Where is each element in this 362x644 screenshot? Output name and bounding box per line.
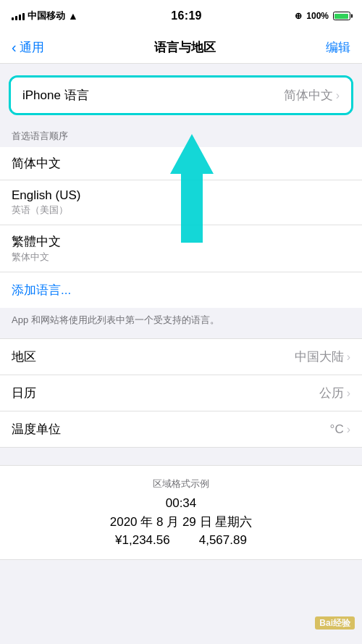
edit-button[interactable]: 编辑 bbox=[326, 39, 350, 56]
calendar-value: 公历 bbox=[319, 385, 344, 401]
page-title: 语言与地区 bbox=[154, 39, 216, 56]
nav-bar: ‹ 通用 语言与地区 编辑 bbox=[0, 32, 362, 64]
calendar-label: 日历 bbox=[12, 385, 36, 401]
iphone-language-section: iPhone 语言 简体中文 › bbox=[9, 75, 353, 115]
signal-icon bbox=[12, 12, 25, 20]
temperature-value: °C bbox=[330, 422, 344, 437]
preferred-language-header: 首选语言顺序 bbox=[0, 124, 362, 147]
battery-icon bbox=[333, 12, 350, 20]
iphone-language-value-container: 简体中文 › bbox=[284, 87, 340, 104]
format-time: 00:34 bbox=[0, 496, 362, 511]
chevron-right-icon: › bbox=[336, 89, 340, 102]
region-chevron-icon: › bbox=[347, 351, 350, 364]
battery-icon-container bbox=[333, 12, 350, 20]
region-label: 地区 bbox=[12, 348, 36, 365]
calendar-chevron-icon: › bbox=[347, 387, 350, 400]
region-value: 中国大陆 bbox=[295, 348, 344, 365]
watermark-text: Bai经验 bbox=[315, 616, 355, 630]
list-item[interactable]: English (US) 英语（美国） bbox=[0, 180, 362, 225]
calendar-value-container: 公历 › bbox=[319, 385, 350, 401]
format-section: 区域格式示例 00:34 2020 年 8 月 29 日 星期六 ¥1,234.… bbox=[0, 465, 362, 560]
iphone-language-item[interactable]: iPhone 语言 简体中文 › bbox=[11, 78, 351, 113]
lang-sub-1: 英语（美国） bbox=[12, 204, 350, 217]
content: iPhone 语言 简体中文 › 首选语言顺序 简体中文 English (US… bbox=[0, 75, 362, 560]
format-section-title: 区域格式示例 bbox=[0, 477, 362, 490]
region-value-container: 中国大陆 › bbox=[295, 348, 350, 365]
lang-main-0: 简体中文 bbox=[12, 155, 350, 172]
format-numbers: ¥1,234.56 4,567.89 bbox=[0, 533, 362, 548]
battery-percent-label: 100% bbox=[306, 11, 329, 21]
battery-charging-icon: ⊕ bbox=[295, 11, 302, 21]
status-time: 16:19 bbox=[171, 9, 201, 22]
carrier-label: 中国移动 bbox=[28, 9, 65, 22]
temperature-value-container: °C › bbox=[330, 422, 350, 437]
watermark: Bai经验 bbox=[315, 616, 355, 630]
calendar-item[interactable]: 日历 公历 › bbox=[0, 375, 362, 411]
temperature-chevron-icon: › bbox=[347, 423, 350, 436]
format-number1: ¥1,234.56 bbox=[115, 533, 170, 548]
temperature-item[interactable]: 温度单位 °C › bbox=[0, 411, 362, 447]
list-item[interactable]: 简体中文 bbox=[0, 147, 362, 180]
battery-fill bbox=[334, 14, 348, 19]
region-section: 地区 中国大陆 › 日历 公历 › 温度单位 °C › bbox=[0, 338, 362, 448]
wifi-icon: ▲ bbox=[68, 10, 78, 22]
lang-main-2: 繁體中文 bbox=[12, 233, 350, 250]
back-button[interactable]: ‹ 通用 bbox=[12, 39, 44, 56]
language-list: 简体中文 English (US) 英语（美国） 繁體中文 繁体中文 添加语言.… bbox=[0, 147, 362, 308]
add-language-button[interactable]: 添加语言... bbox=[0, 272, 362, 308]
status-carrier: 中国移动 ▲ bbox=[12, 9, 78, 22]
language-section-footer: App 和网站将使用此列表中第一个受支持的语言。 bbox=[0, 308, 362, 338]
status-battery: ⊕ 100% bbox=[295, 11, 350, 21]
iphone-language-label: iPhone 语言 bbox=[22, 87, 89, 104]
lang-sub-2: 繁体中文 bbox=[12, 251, 350, 264]
temperature-label: 温度单位 bbox=[12, 421, 61, 438]
back-label: 通用 bbox=[20, 39, 44, 56]
format-date: 2020 年 8 月 29 日 星期六 bbox=[0, 514, 362, 530]
list-item[interactable]: 繁體中文 繁体中文 bbox=[0, 225, 362, 272]
back-chevron-icon: ‹ bbox=[12, 39, 17, 56]
format-number2: 4,567.89 bbox=[199, 533, 247, 548]
status-bar: 中国移动 ▲ 16:19 ⊕ 100% bbox=[0, 0, 362, 32]
region-item[interactable]: 地区 中国大陆 › bbox=[0, 339, 362, 375]
iphone-language-value: 简体中文 bbox=[284, 87, 333, 104]
lang-main-1: English (US) bbox=[12, 188, 350, 203]
